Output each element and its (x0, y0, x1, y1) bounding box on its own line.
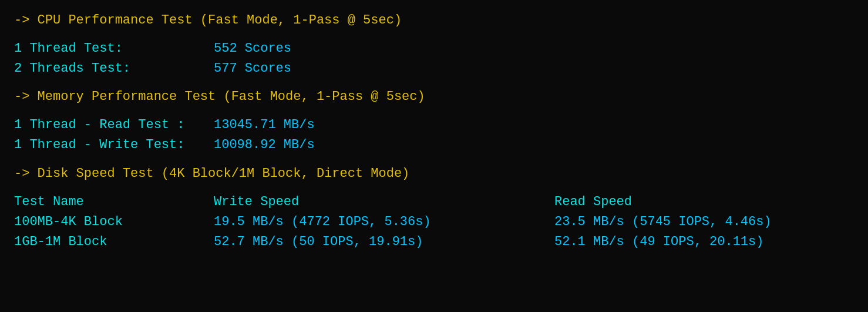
memory-row-1: 1 Thread - Read Test : 13045.71 MB/s (14, 115, 854, 135)
memory-write-value: 10098.92 MB/s (214, 135, 315, 155)
cpu-section: -> CPU Performance Test (Fast Mode, 1-Pa… (14, 11, 854, 79)
disk-row1-name: 100MB-4K Block (14, 212, 214, 232)
disk-row-2: 1GB-1M Block 52.7 MB/s (50 IOPS, 19.91s)… (14, 232, 854, 252)
memory-read-label: 1 Thread - Read Test : (14, 115, 214, 135)
disk-row-1: 100MB-4K Block 19.5 MB/s (4772 IOPS, 5.3… (14, 212, 854, 232)
disk-row1-write: 19.5 MB/s (4772 IOPS, 5.36s) (214, 212, 554, 232)
memory-read-value: 13045.71 MB/s (214, 115, 315, 135)
disk-row2-name: 1GB-1M Block (14, 232, 214, 252)
cpu-thread1-value: 552 Scores (214, 39, 291, 59)
memory-write-label: 1 Thread - Write Test: (14, 135, 214, 155)
disk-section: -> Disk Speed Test (4K Block/1M Block, D… (14, 164, 854, 252)
disk-row2-read: 52.1 MB/s (49 IOPS, 20.11s) (554, 232, 763, 252)
memory-row-2: 1 Thread - Write Test: 10098.92 MB/s (14, 135, 854, 155)
cpu-thread1-label: 1 Thread Test: (14, 39, 214, 59)
disk-col-write-header: Write Speed (214, 192, 554, 212)
cpu-thread2-label: 2 Threads Test: (14, 59, 214, 79)
memory-header: -> Memory Performance Test (Fast Mode, 1… (14, 87, 854, 107)
memory-section: -> Memory Performance Test (Fast Mode, 1… (14, 87, 854, 155)
cpu-row-2: 2 Threads Test: 577 Scores (14, 59, 854, 79)
disk-col-name-header: Test Name (14, 192, 214, 212)
cpu-header: -> CPU Performance Test (Fast Mode, 1-Pa… (14, 11, 854, 31)
disk-col-read-header: Read Speed (554, 192, 632, 212)
cpu-row-1: 1 Thread Test: 552 Scores (14, 39, 854, 59)
disk-header: -> Disk Speed Test (4K Block/1M Block, D… (14, 164, 854, 184)
disk-row2-write: 52.7 MB/s (50 IOPS, 19.91s) (214, 232, 554, 252)
disk-row1-read: 23.5 MB/s (5745 IOPS, 4.46s) (554, 212, 772, 232)
cpu-thread2-value: 577 Scores (214, 59, 291, 79)
disk-table-header: Test Name Write Speed Read Speed (14, 192, 854, 212)
